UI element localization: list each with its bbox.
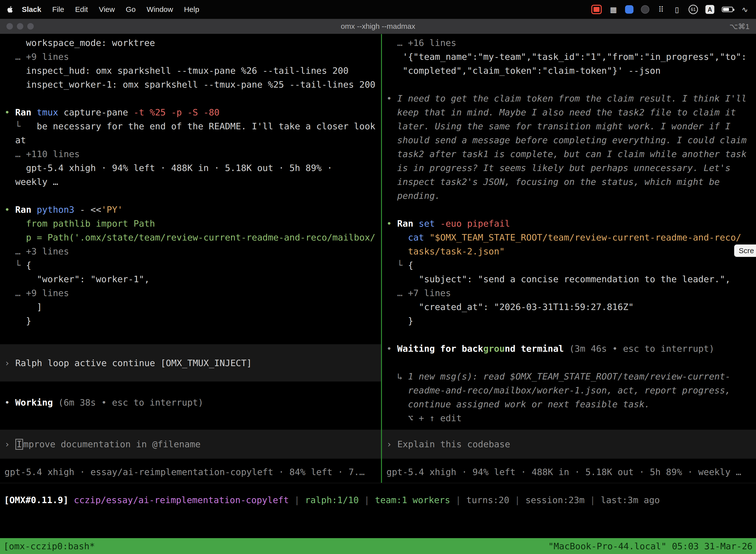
- terminal-line: is in progress? It seems likely but perh…: [386, 161, 756, 175]
- menu-bar: Slack FileEditViewGoWindowHelp ▦⠿▯61A∿: [0, 0, 756, 19]
- terminal-line: inspect_worker-1: omx sparkshell --tmux-…: [4, 78, 381, 92]
- terminal-line: }: [386, 314, 756, 328]
- terminal-line: • Waiting for background terminal (3m 46…: [386, 342, 756, 356]
- apple-icon[interactable]: [7, 6, 13, 13]
- prompt-chevron: ›: [4, 358, 10, 368]
- terminal-line: └ be necessary for the end of the README…: [4, 119, 381, 133]
- left-input-box[interactable]: › I mprove documentation in @filename: [0, 430, 381, 459]
- terminal-line: • Ran tmux capture-pane -t %25 -p -S -80: [4, 106, 381, 119]
- dots-grid-icon[interactable]: ⠿: [657, 5, 665, 14]
- window-shortcut-hint: ⌥⌘1: [730, 22, 750, 31]
- left-pane-output: workspace_mode: worktree … +9 lines insp…: [0, 36, 381, 328]
- window-icon[interactable]: ▯: [673, 5, 681, 14]
- terminal-line: "created_at": "2026-03-31T11:59:27.816Z": [386, 300, 756, 314]
- terminal-line: └ {: [386, 258, 756, 272]
- window-title-bar[interactable]: omx --xhigh --madmax ⌥⌘1: [0, 19, 756, 34]
- dark-app-icon[interactable]: [641, 5, 649, 14]
- battery-icon[interactable]: [722, 7, 733, 12]
- minimize-button[interactable]: [17, 23, 23, 30]
- terminal-line: [386, 328, 756, 342]
- tmux-pane-left[interactable]: workspace_mode: worktree … +9 lines insp…: [0, 34, 381, 483]
- text-cursor: I: [15, 439, 23, 450]
- terminal-line: [386, 356, 756, 370]
- menu-status-icons: ▦⠿▯61A∿: [591, 5, 749, 14]
- terminal-line: … +110 lines: [4, 147, 381, 161]
- terminal-line: p = Path('.omx/state/team/review-current…: [4, 231, 381, 244]
- window-controls: [6, 19, 34, 34]
- menu-file[interactable]: File: [52, 5, 64, 14]
- terminal-line: workspace_mode: worktree: [4, 36, 381, 50]
- prompt-chevron: ›: [386, 439, 392, 449]
- terminal-line: └ {: [4, 258, 381, 272]
- terminal: workspace_mode: worktree … +9 lines insp…: [0, 34, 756, 554]
- terminal-line: cat "$OMX_TEAM_STATE_ROOT/team/review-cu…: [386, 231, 756, 244]
- terminal-line: … +9 lines: [4, 50, 381, 64]
- terminal-line: readme-and-reco/mailbox/worker-1.json, a…: [386, 384, 756, 397]
- terminal-line: task2 after task1 is complete, but can I…: [386, 147, 756, 161]
- tmux-status-bar: [omx-cczip0:bash* "MacBook-Pro-44.local"…: [0, 538, 756, 554]
- right-input-box[interactable]: › Explain this codebase: [382, 430, 756, 459]
- terminal-line: continue assigned work or next feasible …: [386, 397, 756, 411]
- grid-icon[interactable]: ▦: [609, 5, 618, 14]
- terminal-line: should send a message before completing …: [386, 133, 756, 147]
- left-working-line: • Working (6m 38s • esc to interrupt): [4, 396, 203, 409]
- menu-edit[interactable]: Edit: [75, 5, 88, 14]
- terminal-line: gpt-5.4 xhigh · 94% left · 488K in · 5.1…: [4, 161, 381, 175]
- terminal-line: inspect task2's JSON, focusing on the st…: [386, 175, 756, 189]
- zoom-button[interactable]: [27, 23, 34, 30]
- input-source-icon[interactable]: A: [705, 5, 714, 14]
- terminal-line: later. Using the same for transition mig…: [386, 119, 756, 133]
- terminal-line: … +3 lines: [4, 244, 381, 258]
- battery-percent-badge[interactable]: 61: [689, 5, 698, 14]
- right-pane-status: gpt-5.4 xhigh · 94% left · 488K in · 5.1…: [386, 465, 741, 479]
- terminal-line: tasks/task-2.json": [386, 244, 756, 258]
- right-pane-output: … +16 lines '{"team_name":"my-team","tas…: [382, 36, 756, 425]
- terminal-line: • Working (6m 38s • esc to interrupt): [4, 396, 203, 409]
- terminal-line: weekly …: [4, 175, 381, 189]
- menu-help[interactable]: Help: [184, 5, 199, 14]
- scribble-icon[interactable]: ∿: [741, 5, 749, 14]
- tmux-pane-right[interactable]: … +16 lines '{"team_name":"my-team","tas…: [382, 34, 756, 483]
- terminal-line: from pathlib import Path: [4, 217, 381, 231]
- screen: Slack FileEditViewGoWindowHelp ▦⠿▯61A∿ o…: [0, 0, 756, 554]
- terminal-line: [OMX#0.11.9] cczip/essay/ai-reimplementa…: [4, 493, 660, 507]
- terminal-line: '{"team_name":"my-team","task_id":"1","f…: [386, 50, 756, 64]
- terminal-line: … +7 lines: [386, 286, 756, 300]
- terminal-line: "subject": "send a concise recommendatio…: [386, 272, 756, 286]
- pane-bottom-separator: [0, 483, 756, 483]
- omx-status-line: [OMX#0.11.9] cczip/essay/ai-reimplementa…: [4, 493, 660, 507]
- terminal-line: ↳ 1 new msg(s): read $OMX_TEAM_STATE_ROO…: [386, 370, 756, 384]
- input-placeholder: mprove documentation in @filename: [23, 439, 200, 449]
- prompt-chevron: ›: [4, 439, 10, 449]
- active-app-name[interactable]: Slack: [22, 5, 41, 14]
- window-title: omx --xhigh --madmax: [341, 22, 415, 31]
- terminal-line: … +16 lines: [386, 36, 756, 50]
- terminal-line: • Ran set -euo pipefail: [386, 217, 756, 231]
- screenshot-tooltip: Scre: [734, 244, 756, 257]
- left-pane-status: gpt-5.4 xhigh · essay/ai-reimplementatio…: [4, 465, 365, 479]
- screen-recording-stop-icon[interactable]: [591, 5, 602, 14]
- menu-items: FileEditViewGoWindowHelp: [52, 5, 199, 14]
- terminal-line: "worker": "worker-1",: [4, 272, 381, 286]
- menu-window[interactable]: Window: [146, 5, 173, 14]
- terminal-line: "completed","claim_token":"claim-token"}…: [386, 64, 756, 78]
- terminal-line: [4, 92, 381, 106]
- tmux-host-clock: "MacBook-Pro-44.local" 05:03 31-Mar-26: [548, 541, 753, 551]
- terminal-line: at: [4, 133, 381, 147]
- close-button[interactable]: [6, 23, 13, 30]
- terminal-line: pending.: [386, 189, 756, 203]
- terminal-line: [4, 189, 381, 203]
- menu-view[interactable]: View: [99, 5, 115, 14]
- tmux-session-window: [omx-cczip0:bash*: [3, 541, 95, 551]
- inject-banner-text: Ralph loop active continue [OMX_TMUX_INJ…: [15, 358, 252, 368]
- terminal-line: }: [4, 314, 381, 328]
- input-placeholder: Explain this codebase: [397, 439, 510, 449]
- blue-app-icon[interactable]: [625, 5, 633, 14]
- terminal-line: [386, 203, 756, 217]
- terminal-line: ⌥ + ↑ edit: [386, 411, 756, 425]
- terminal-line: • Ran python3 - <<'PY': [4, 203, 381, 217]
- terminal-line: ]: [4, 300, 381, 314]
- menu-go[interactable]: Go: [126, 5, 136, 14]
- terminal-line: … +9 lines: [4, 286, 381, 300]
- terminal-line: inspect_hud: omx sparkshell --tmux-pane …: [4, 64, 381, 78]
